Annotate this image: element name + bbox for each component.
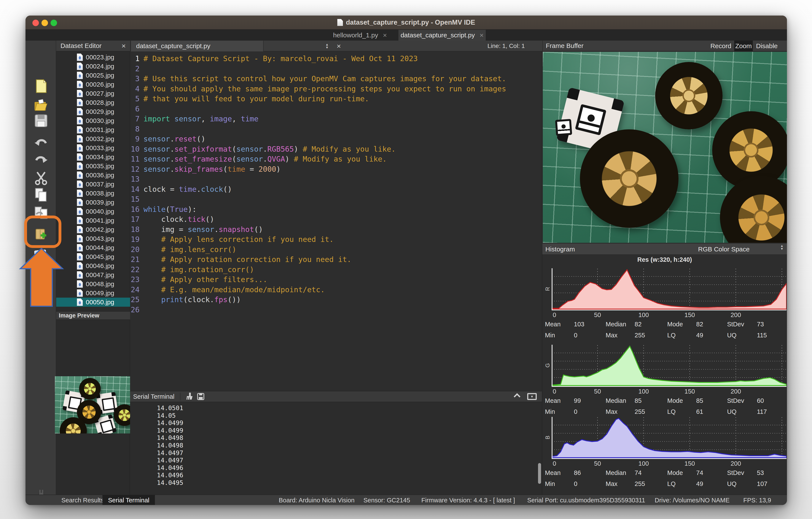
line-col-indicator: Line: 1, Col: 1 [488,40,525,52]
file-item[interactable]: 00037.jpg [56,180,130,189]
tab-search-results[interactable]: Search Results [56,495,110,505]
open-file-icon[interactable] [33,98,49,113]
copy-icon[interactable] [33,187,49,203]
close-tab-icon[interactable]: × [383,31,387,39]
file-list[interactable]: 00023.jpg00024.jpg00025.jpg00026.jpg0002… [56,53,130,309]
title-bar[interactable]: dataset_capture_script.py - OpenMV IDE [26,16,787,30]
file-item[interactable]: 00041.jpg [56,216,130,225]
disable-button[interactable]: Disable [754,40,780,52]
histogram-plot [551,268,786,311]
color-space-spinner-icon[interactable]: ▲▼ [780,244,783,250]
tab-helloworld[interactable]: helloworld_1.py× [322,30,398,40]
file-icon [77,63,83,70]
file-item[interactable]: 00023.jpg [56,53,130,62]
file-item[interactable]: 00035.jpg [56,161,130,171]
stat-label: Max [606,480,617,487]
serial-terminal-body[interactable] [130,402,542,495]
stats-row: Mean86Median74Mode74StDev53 [545,469,786,477]
file-item[interactable]: 00030.jpg [56,116,130,125]
new-file-icon[interactable] [33,79,49,94]
file-item[interactable]: 00031.jpg [56,125,130,134]
record-button[interactable]: Record [709,40,733,52]
stat-value: 61 [696,408,703,415]
file-name: 00044.jpg [86,244,114,251]
file-item[interactable]: 00048.jpg [56,279,130,288]
stat-label: Max [606,408,617,415]
terminal-line: 14.0499 [157,427,183,434]
stat-value: 99 [574,397,581,404]
file-item[interactable]: 00040.jpg [56,207,130,216]
file-item[interactable]: 00045.jpg [56,252,130,261]
file-icon [77,72,83,79]
line-number: 24 [130,285,143,295]
file-name: 00049.jpg [86,289,114,297]
code-line: 3# Use this script to control how your O… [130,74,542,84]
code-line: 9sensor.reset() [130,134,542,144]
color-space-select[interactable]: RGB Color Space [663,246,784,253]
file-item[interactable]: 00034.jpg [56,152,130,161]
file-item[interactable]: 00026.jpg [56,80,130,89]
file-item[interactable]: 00038.jpg [56,189,130,198]
image-preview-thumbnail [55,376,130,433]
line-number: 8 [130,124,143,134]
file-icon [77,117,83,124]
file-item[interactable]: 00027.jpg [56,89,130,98]
undo-icon[interactable] [33,135,49,151]
save-file-icon[interactable] [33,113,49,128]
file-name: 00050.jpg [86,299,114,306]
file-icon [77,280,83,288]
file-item[interactable]: 00036.jpg [56,171,130,180]
file-item[interactable]: 00044.jpg [56,243,130,252]
histogram-blue: B 050100150200 Mean86Median74Mode74StDev… [542,417,787,489]
detach-terminal-icon[interactable]: ▾ [527,393,537,400]
collapse-terminal-icon[interactable] [514,393,520,400]
file-combo-spinner-icon[interactable]: ▲▼ [325,40,329,52]
file-item[interactable]: 00047.jpg [56,270,130,279]
tab-serial-terminal[interactable]: Serial Terminal [103,495,155,505]
line-number: 6 [130,104,143,114]
stat-value: 86 [574,469,581,477]
cut-icon[interactable] [33,170,49,186]
file-name: 00032.jpg [86,135,114,143]
redo-icon[interactable] [33,152,49,168]
stat-label: Mode [667,397,683,404]
x-axis-ticks: 050100150200 [551,388,786,395]
file-name: 00048.jpg [86,280,114,288]
terminal-scrollbar[interactable] [538,463,541,484]
file-item[interactable]: 00024.jpg [56,62,130,71]
line-number: 23 [130,275,143,285]
stat-label: LQ [667,480,676,487]
stat-value: 49 [696,480,703,487]
editor-file-combo[interactable]: dataset_capture_script.py ▲▼ × [130,40,264,52]
clear-terminal-icon[interactable] [184,392,193,401]
file-item[interactable]: 00046.jpg [56,261,130,270]
stat-value: 0 [574,480,577,487]
code-line: 16while(True): [130,204,542,214]
histogram-green: G 050100150200 Mean99Median85Mode85StDev… [542,344,787,417]
histogram-header[interactable]: Histogram RGB Color Space ▲▼ [542,244,787,255]
close-file-icon[interactable]: × [337,40,341,52]
save-log-icon[interactable] [196,392,205,401]
stat-label: Min [545,332,555,339]
file-item[interactable]: 00043.jpg [56,234,130,243]
axis-tick: 50 [594,388,601,395]
stat-value: 117 [757,408,767,415]
close-tab-icon[interactable]: × [480,31,484,39]
zoom-button[interactable]: Zoom [734,40,753,52]
file-item[interactable]: 00033.jpg [56,144,130,152]
file-item[interactable]: 00050.jpg [56,298,130,307]
file-item[interactable]: 00042.jpg [56,225,130,234]
code-line: 21 # Apply rotation correction if you ne… [130,254,542,265]
file-item[interactable]: 00029.jpg [56,107,130,116]
file-item[interactable]: 00025.jpg [56,71,130,80]
file-item[interactable]: 00028.jpg [56,98,130,107]
file-item[interactable]: 00039.jpg [56,198,130,207]
tab-dataset-capture-script[interactable]: dataset_capture_script.py× [399,30,486,40]
code-line: 13 [130,174,542,184]
terminal-line: 14.0499 [157,419,183,427]
file-item[interactable]: 00032.jpg [56,134,130,144]
file-item[interactable]: 00049.jpg [56,288,130,298]
axis-tick: 100 [638,311,649,318]
close-panel-icon[interactable]: × [121,42,126,50]
code-lines: 1# Dataset Capture Script - By: marcelo_… [130,54,542,315]
